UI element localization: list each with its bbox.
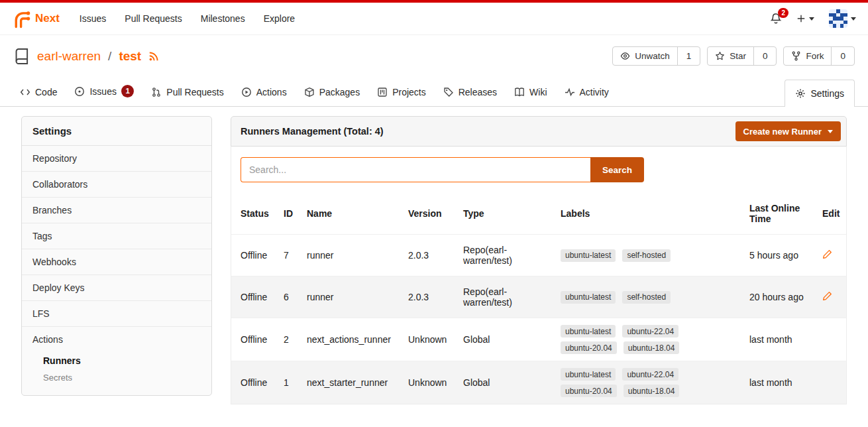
sidebar-subitem-runners[interactable]: Runners	[43, 352, 201, 369]
sidebar-item-lfs[interactable]: LFS	[22, 301, 211, 327]
runner-label-badge: ubuntu-latest	[561, 249, 616, 262]
runner-last-online-time: last month	[740, 318, 813, 361]
edit-runner-button[interactable]	[822, 249, 832, 259]
repo-tabbar: CodeIssues1Pull RequestsActionsPackagesP…	[0, 76, 868, 107]
user-menu[interactable]	[829, 9, 856, 28]
book-icon	[514, 87, 525, 97]
runner-edit-cell	[813, 361, 846, 404]
search-button[interactable]: Search	[590, 157, 644, 182]
star-icon	[715, 51, 725, 61]
tab-settings[interactable]: Settings	[785, 80, 855, 107]
runner-last-online-time: 5 hours ago	[740, 235, 813, 276]
tab-pull-requests[interactable]: Pull Requests	[144, 78, 230, 106]
runner-type: Global	[454, 318, 551, 361]
repo-owner-link[interactable]: earl-warren	[37, 49, 101, 64]
tab-activity[interactable]: Activity	[558, 78, 616, 106]
navbar-links: IssuesPull RequestsMilestonesExplore	[70, 7, 304, 30]
nav-link-pull-requests[interactable]: Pull Requests	[115, 7, 191, 30]
tab-projects[interactable]: Projects	[370, 78, 433, 106]
create-runner-label: Create new Runner	[743, 127, 822, 137]
runner-edit-cell	[813, 318, 846, 361]
star-button[interactable]: Star	[708, 47, 753, 65]
issue-icon	[74, 86, 85, 97]
issues-count-badge: 1	[121, 85, 134, 97]
sidebar-item-webhooks[interactable]: Webhooks	[22, 249, 211, 275]
tab-code[interactable]: Code	[13, 78, 64, 106]
column-header-type: Type	[454, 193, 551, 235]
rss-feed-icon[interactable]	[148, 50, 160, 62]
runner-version: Unknown	[399, 361, 454, 404]
tab-actions[interactable]: Actions	[235, 78, 294, 106]
search-input[interactable]	[241, 157, 590, 182]
tab-list: CodeIssues1Pull RequestsActionsPackagesP…	[13, 76, 620, 106]
play-icon	[241, 87, 252, 97]
runner-last-online-time: 20 hours ago	[740, 276, 813, 318]
column-header-version: Version	[399, 193, 454, 235]
panel-body: Search StatusIDNameVersionTypeLabelsLast…	[231, 147, 847, 404]
projects-icon	[377, 87, 388, 97]
tab-label: Code	[35, 87, 57, 97]
settings-sidebar: Settings RepositoryCollaboratorsBranches…	[21, 116, 212, 396]
sidebar-item-tags[interactable]: Tags	[22, 223, 211, 249]
tab-issues[interactable]: Issues1	[68, 76, 140, 106]
table-row: Offline7runner2.0.3Repo(earl-warren/test…	[231, 235, 846, 276]
tab-label: Pull Requests	[166, 87, 223, 97]
column-header-last-online-time: Last Online Time	[740, 193, 813, 235]
runner-label-badge: self-hosted	[622, 291, 671, 304]
runner-label-badge: self-hosted	[622, 249, 671, 262]
home-link[interactable]: Next	[12, 9, 60, 29]
nav-link-milestones[interactable]: Milestones	[191, 7, 254, 30]
runner-name: next_starter_runner	[298, 361, 399, 404]
repo-actions: Unwatch1Star0Fork0	[612, 46, 855, 66]
create-runner-button[interactable]: Create new Runner	[735, 121, 841, 141]
sidebar-subitem-secrets[interactable]: Secrets	[43, 369, 201, 386]
labels-list: ubuntu-latestubuntu-22.04ubuntu-20.04ubu…	[561, 325, 735, 354]
tab-label: Releases	[459, 87, 497, 97]
chevron-down-icon	[828, 130, 833, 133]
top-navbar: Next IssuesPull RequestsMilestonesExplor…	[0, 0, 868, 35]
labels-list: ubuntu-latestself-hosted	[561, 291, 735, 304]
runner-label-badge: ubuntu-18.04	[624, 341, 680, 354]
runner-name: next_actions_runner	[298, 318, 399, 361]
user-avatar	[829, 9, 847, 28]
nav-link-explore[interactable]: Explore	[254, 7, 304, 30]
sidebar-item-actions[interactable]: Actions	[22, 327, 211, 352]
repo-name-link[interactable]: test	[119, 49, 141, 64]
create-new-menu[interactable]	[796, 14, 814, 23]
fork-label: Fork	[806, 51, 824, 61]
star-count[interactable]: 0	[753, 47, 777, 65]
tab-packages[interactable]: Packages	[298, 78, 366, 106]
runner-id: 7	[274, 235, 298, 276]
edit-runner-button[interactable]	[822, 291, 832, 301]
runners-panel: Runners Management (Total: 4) Create new…	[231, 116, 847, 404]
tab-label: Projects	[392, 87, 426, 97]
runner-labels: ubuntu-latestself-hosted	[551, 276, 740, 318]
sidebar-title: Settings	[22, 117, 211, 146]
column-header-edit: Edit	[813, 193, 846, 235]
unwatch-button-group: Unwatch1	[612, 46, 700, 66]
sidebar-item-branches[interactable]: Branches	[22, 198, 211, 223]
notifications-button[interactable]: 2	[770, 13, 782, 25]
unwatch-label: Unwatch	[635, 51, 670, 61]
runner-type: Global	[454, 361, 551, 404]
tab-releases[interactable]: Releases	[437, 78, 504, 106]
unwatch-count[interactable]: 1	[677, 47, 700, 65]
tab-wiki[interactable]: Wiki	[508, 78, 553, 106]
tab-label: Issues	[89, 86, 116, 97]
pencil-icon	[822, 249, 832, 259]
runner-type: Repo(earl-warren/test)	[454, 235, 551, 276]
runner-version: 2.0.3	[399, 235, 454, 276]
sidebar-item-collaborators[interactable]: Collaborators	[22, 172, 211, 198]
unwatch-button[interactable]: Unwatch	[613, 47, 677, 65]
repo-icon	[13, 48, 30, 65]
gear-icon	[795, 88, 806, 99]
fork-button[interactable]: Fork	[784, 47, 831, 65]
tab-label: Settings	[810, 88, 844, 99]
sidebar-item-deploy-keys[interactable]: Deploy Keys	[22, 275, 211, 301]
fork-count[interactable]: 0	[831, 47, 854, 65]
sidebar-item-repository[interactable]: Repository	[22, 146, 211, 172]
package-icon	[304, 87, 315, 97]
notification-count-badge: 2	[778, 8, 788, 18]
nav-link-issues[interactable]: Issues	[70, 7, 115, 30]
tab-label: Actions	[256, 87, 287, 97]
